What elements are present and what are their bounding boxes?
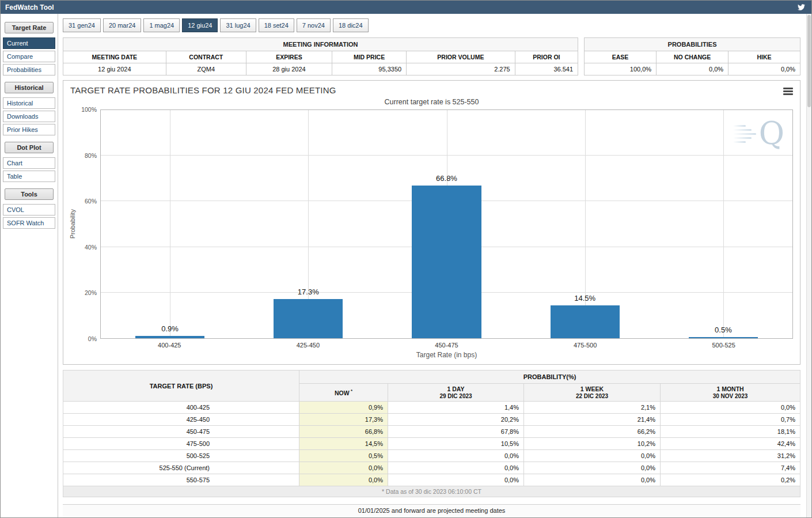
table-row-475-500: 475-50014,5%10,5%10,2%42,4%	[63, 438, 800, 450]
app-title: FedWatch Tool	[5, 3, 54, 12]
rate-cell: 425-450	[63, 414, 299, 426]
chart-title: TARGET RATE PROBABILITIES FOR 12 GIU 202…	[70, 85, 336, 95]
sidebar-item-downloads[interactable]: Downloads	[3, 111, 55, 122]
prob-cell-now: 0,9%	[299, 402, 388, 414]
tab-12-giu24[interactable]: 12 giu24	[182, 18, 218, 32]
prob-cell-1-month: 0,0%	[661, 402, 800, 414]
tab-31-lug24[interactable]: 31 lug24	[220, 18, 256, 32]
prob-cell-1-week: 21,4%	[524, 414, 661, 426]
prob-cell-1-month: 0,7%	[661, 414, 800, 426]
bar-value-label-400-425: 0.9%	[161, 324, 179, 333]
prob-cell-1-day: 0,0%	[388, 462, 524, 474]
meeting-info-title: MEETING INFORMATION	[63, 38, 578, 51]
sidebar-item-table[interactable]: Table	[3, 171, 55, 182]
tab-18-dic24[interactable]: 18 dic24	[333, 18, 369, 32]
bar-value-label-450-475: 66.8%	[436, 174, 457, 183]
y-axis-label-text: Probability	[69, 209, 76, 239]
prob-cell-1-day: 10,5%	[388, 438, 524, 450]
x-category-425-450: 425-450	[239, 342, 378, 349]
watermark-letter: Q	[759, 118, 784, 149]
vertical-scrollbar[interactable]	[806, 14, 811, 517]
probabilities-value-row: 100,0%0,0%0,0%	[585, 63, 800, 75]
table-footnote: * Data as of 30 dic 2023 06:10:00 CT	[63, 486, 800, 497]
bar-475-500	[551, 305, 620, 338]
rate-cell: 550-575	[63, 474, 299, 486]
probabilities-header-row: EASENO CHANGEHIKE	[585, 51, 800, 63]
prob-cell-now: 66,8%	[299, 426, 388, 438]
main-layout: Target RateCurrentCompareProbabilitiesHi…	[1, 14, 811, 517]
column-header-1-month: 1 MONTH30 NOV 2023	[661, 384, 800, 402]
twitter-icon[interactable]	[797, 3, 806, 11]
bar-400-425	[135, 336, 204, 338]
probabilities-summary-table: PROBABILITIESEASENO CHANGEHIKE100,0%0,0%…	[584, 37, 800, 75]
sidebar-item-chart[interactable]: Chart	[3, 157, 55, 169]
info-tables-row: MEETING INFORMATIONMEETING DATECONTRACTE…	[63, 37, 800, 75]
sidebar-section-header-historical: Historical	[5, 82, 54, 93]
tab-31-gen24[interactable]: 31 gen24	[63, 18, 101, 32]
sidebar-item-compare[interactable]: Compare	[3, 51, 55, 62]
rate-column-header: TARGET RATE (BPS)	[63, 370, 299, 402]
v-gridline-475-500	[585, 110, 586, 338]
probabilities-value-no-change: 0,0%	[657, 63, 728, 75]
bar-value-label-500-525: 0.5%	[715, 326, 732, 334]
quikstrike-logo-watermark: Q	[733, 118, 784, 149]
sidebar-section-header-tools: Tools	[5, 188, 54, 200]
probability-history-table: TARGET RATE (BPS)PROBABILITY(%)NOW *1 DA…	[63, 370, 800, 497]
probabilities-col-hike: HIKE	[728, 51, 800, 63]
column-header-label: 1 MONTH	[716, 385, 743, 392]
tab-1-mag24[interactable]: 1 mag24	[143, 18, 180, 32]
prob-cell-1-day: 0,0%	[388, 450, 524, 462]
sidebar-section-historical: HistoricalHistoricalDownloadsPrior Hikes	[1, 82, 58, 135]
sidebar-item-prior-hikes[interactable]: Prior Hikes	[3, 124, 55, 135]
x-category-450-475: 450-475	[377, 342, 516, 349]
prob-cell-1-month: 18,1%	[661, 426, 800, 438]
prob-cell-1-week: 0,0%	[524, 474, 661, 486]
prob-cell-now: 14,5%	[299, 438, 388, 450]
tab-20-mar24[interactable]: 20 mar24	[103, 18, 141, 32]
table-row-450-475: 450-47566,8%67,8%66,2%18,1%	[63, 426, 800, 438]
v-gridline-400-425	[170, 110, 170, 338]
bar-450-475	[412, 186, 481, 338]
prob-cell-now: 0,0%	[299, 462, 388, 474]
y-tick-40: 40%	[85, 244, 97, 251]
meeting-info-value-mid-price: 95,3350	[332, 63, 406, 75]
sidebar-item-probabilities[interactable]: Probabilities	[3, 64, 55, 75]
y-tick-0: 0%	[88, 335, 97, 342]
column-header-now: NOW *	[299, 384, 388, 402]
sidebar-item-current[interactable]: Current	[3, 37, 55, 49]
column-header-label: NOW	[335, 390, 350, 396]
sidebar-section-target-rate: Target RateCurrentCompareProbabilities	[1, 22, 58, 75]
meeting-info-table: MEETING INFORMATIONMEETING DATECONTRACTE…	[63, 37, 578, 75]
scrollbar-thumb[interactable]	[807, 15, 811, 107]
meeting-info-value-prior-volume: 2.275	[407, 63, 515, 75]
meeting-info-col-prior-oi: PRIOR OI	[515, 51, 578, 63]
sidebar-item-sofr-watch[interactable]: SOFR Watch	[3, 217, 55, 229]
x-category-400-425: 400-425	[100, 342, 239, 349]
table-group-header-row: TARGET RATE (BPS)PROBABILITY(%)	[63, 370, 800, 384]
prob-cell-1-month: 31,2%	[661, 450, 800, 462]
meeting-info-value-expires: 28 giu 2024	[246, 63, 332, 75]
chart-menu-icon[interactable]	[783, 85, 793, 97]
table-row-525-550-current: 525-550 (Current)0,0%0,0%0,0%7,4%	[63, 462, 800, 474]
projected-dates-note: 01/01/2025 and forward are projected mee…	[63, 504, 800, 517]
chart-header: TARGET RATE PROBABILITIES FOR 12 GIU 202…	[63, 81, 800, 97]
sidebar: Target RateCurrentCompareProbabilitiesHi…	[1, 14, 58, 517]
bar-value-label-425-450: 17.3%	[298, 288, 319, 296]
rate-cell: 475-500	[63, 438, 299, 450]
x-category-500-525: 500-525	[654, 342, 793, 349]
column-header-label: 1 WEEK	[580, 385, 604, 392]
probabilities-title: PROBABILITIES	[585, 38, 800, 51]
meeting-info-value-prior-oi: 36.541	[515, 63, 578, 75]
sidebar-item-historical[interactable]: Historical	[3, 97, 55, 109]
footnote-marker: *	[350, 388, 352, 394]
prob-cell-now: 0,0%	[299, 474, 388, 486]
prob-cell-1-month: 0,2%	[661, 474, 800, 486]
table-row-400-425: 400-4250,9%1,4%2,1%0,0%	[63, 402, 800, 414]
tab-7-nov24[interactable]: 7 nov24	[297, 18, 331, 32]
tab-18-set24[interactable]: 18 set24	[259, 18, 294, 32]
y-tick-80: 80%	[85, 152, 97, 159]
sidebar-item-cvol[interactable]: CVOL	[3, 204, 55, 215]
table-row-425-450: 425-45017,3%20,2%21,4%0,7%	[63, 414, 800, 426]
meeting-info-header-row: MEETING DATECONTRACTEXPIRESMID PRICEPRIO…	[63, 51, 578, 63]
fedwatch-tool-window: FedWatch Tool Target RateCurrentCompareP…	[0, 0, 812, 518]
